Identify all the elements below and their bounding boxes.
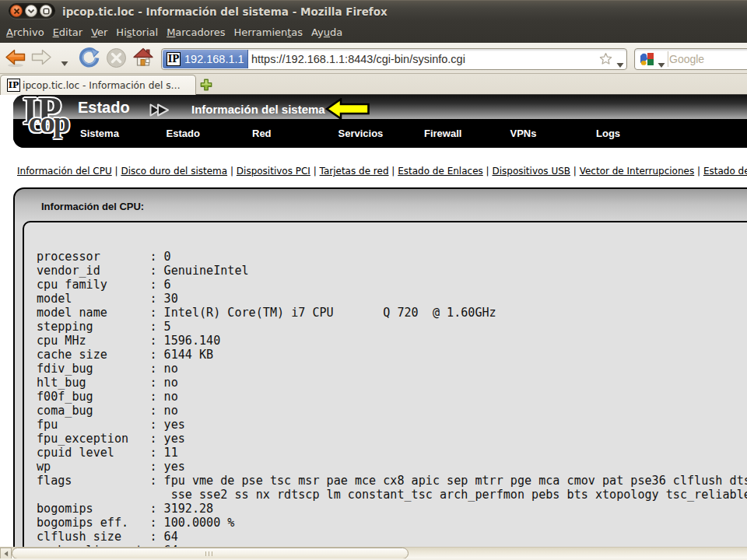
tab-label: ipcop.tic.loc - Información del s… <box>23 75 181 95</box>
section-link[interactable]: Vector de Interrupciones <box>580 166 695 177</box>
star-icon <box>599 52 612 65</box>
menu-herramientas[interactable]: Herramientas <box>230 22 307 43</box>
url-dropdown-icon[interactable] <box>616 57 624 70</box>
reload-button[interactable] <box>79 47 100 72</box>
stop-button[interactable] <box>106 47 127 72</box>
section-link[interactable]: Estado del Kernel <box>703 166 747 177</box>
section-link[interactable]: Estado de Enlaces <box>398 166 483 177</box>
search-separator <box>668 51 668 67</box>
google-logo-icon <box>640 52 654 66</box>
window-title: ipcop.tic.loc - Información del sistema … <box>62 1 388 23</box>
nav-sistema[interactable]: Sistema <box>80 119 119 148</box>
nav-estado[interactable]: Estado <box>167 119 200 148</box>
double-arrow-icon <box>149 103 185 120</box>
banner-page-title: Información del sistema <box>191 103 325 117</box>
menu-archivo[interactable]: Archivo <box>2 22 49 43</box>
site-identity-domain: 192.168.1.1 <box>184 53 244 65</box>
plus-icon <box>200 79 212 91</box>
close-icon <box>13 8 20 15</box>
chevron-down-icon <box>616 62 624 68</box>
scroll-left-button[interactable] <box>0 548 12 559</box>
left-triangle-icon <box>4 551 9 557</box>
section-link[interactable]: Dispositivos PCI <box>237 166 310 177</box>
tab-favicon: IP <box>7 79 20 92</box>
section-links: Información del CPU | Disco duro del sis… <box>17 166 747 177</box>
home-icon <box>133 47 153 68</box>
window-maximize-button[interactable] <box>40 5 52 17</box>
nav-red[interactable]: Red <box>252 119 272 148</box>
double-right-arrow-icon <box>149 103 185 117</box>
search-box[interactable]: Google <box>634 48 747 70</box>
new-tab-button[interactable] <box>200 79 212 94</box>
banner-section-title: Estado <box>78 100 130 115</box>
menu-historial[interactable]: Historial <box>112 22 163 43</box>
scrollbar-thumb[interactable] <box>12 548 409 559</box>
stop-icon <box>106 47 127 68</box>
forward-arrow-icon <box>31 49 51 68</box>
section-link[interactable]: Dispositivos USB <box>492 166 570 177</box>
back-history-dropdown-icon[interactable] <box>61 55 68 70</box>
search-engine-dropdown-icon[interactable] <box>658 57 665 72</box>
home-button[interactable] <box>133 47 153 71</box>
back-arrow-icon <box>5 49 26 68</box>
tab-strip: IP ipcop.tic.loc - Información del s… <box>0 74 747 95</box>
nav-servicios[interactable]: Servicios <box>338 119 384 148</box>
search-input[interactable]: Google <box>669 49 704 69</box>
bookmark-star-icon[interactable] <box>599 52 612 68</box>
reload-icon <box>79 47 100 68</box>
section-link[interactable]: Disco duro del sistema <box>121 166 227 177</box>
site-favicon: IP <box>167 52 181 66</box>
cpu-box-heading: Información del CPU: <box>41 201 144 212</box>
window-minimize-button[interactable] <box>25 5 37 17</box>
left-arrow-icon <box>325 98 370 120</box>
menubar: ArchivoEditarVerHistorialMarcadoresHerra… <box>0 22 747 43</box>
url-bar[interactable]: IP 192.168.1.1 https://192.168.1.1:8443/… <box>161 48 627 70</box>
nav-vpns[interactable]: VPNs <box>510 119 537 148</box>
window-titlebar: ipcop.tic.loc - Información del sistema … <box>0 0 747 22</box>
forward-button[interactable] <box>31 49 51 71</box>
chevron-down-icon <box>658 62 665 68</box>
scrollbar-grip <box>205 551 215 556</box>
menu-ver[interactable]: Ver <box>87 22 112 43</box>
banner-nav: SistemaEstadoRedServiciosFirewallVPNsLog… <box>13 119 747 148</box>
navigation-toolbar: IP 192.168.1.1 https://192.168.1.1:8443/… <box>0 43 747 74</box>
section-link[interactable]: Tarjetas de red <box>320 166 389 177</box>
nav-logs[interactable]: Logs <box>596 119 620 148</box>
menu-ayuda[interactable]: Ayuda <box>307 22 347 43</box>
menu-marcadores[interactable]: Marcadores <box>163 22 230 43</box>
window-buttons <box>9 3 55 19</box>
minimize-icon <box>27 9 35 14</box>
menu-editar[interactable]: Editar <box>48 22 87 43</box>
section-link[interactable]: Información del CPU <box>17 166 112 177</box>
maximize-icon <box>43 8 50 15</box>
back-button[interactable] <box>5 49 26 71</box>
window-close-button[interactable] <box>10 5 23 17</box>
url-text[interactable]: https://192.168.1.1:8443/cgi-bin/sysinfo… <box>251 49 465 69</box>
firefox-window: ipcop.tic.loc - Información del sistema … <box>0 0 747 560</box>
chevron-down-icon <box>61 61 68 67</box>
horizontal-scrollbar[interactable] <box>0 547 747 558</box>
active-tab[interactable]: IP ipcop.tic.loc - Información del s… <box>0 75 196 95</box>
site-identity-button[interactable]: IP 192.168.1.1 <box>163 50 248 68</box>
nav-firewall[interactable]: Firewall <box>424 119 461 148</box>
google-icon[interactable] <box>640 52 654 69</box>
page-content: IP cop Estado Información del sistema Si… <box>0 95 747 547</box>
cpu-info-box: Información del CPU: processor : 0 vendo… <box>13 187 747 547</box>
cpu-info-inner-box: processor : 0 vendor_id : GenuineIntel c… <box>23 221 747 547</box>
cpuinfo-pre: processor : 0 vendor_id : GenuineIntel c… <box>37 250 747 547</box>
ipcop-banner: IP cop Estado Información del sistema Si… <box>13 95 747 148</box>
